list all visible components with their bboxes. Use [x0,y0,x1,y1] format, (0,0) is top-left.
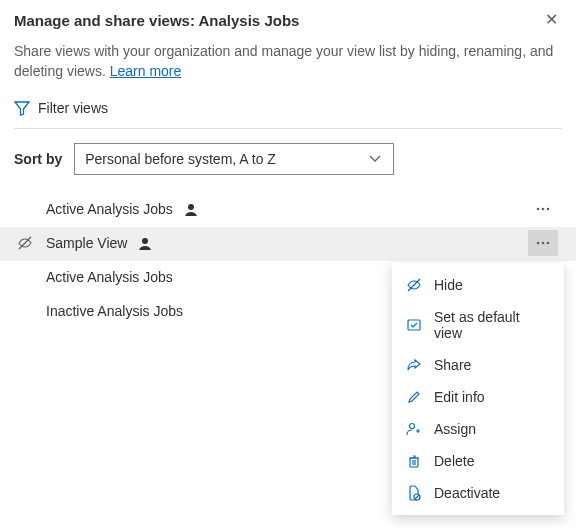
view-name: Inactive Analysis Jobs [46,303,183,319]
menu-item-label: Set as default view [434,309,550,341]
close-icon: ✕ [545,11,558,28]
close-button[interactable]: ✕ [541,12,562,28]
more-button[interactable] [528,230,558,256]
menu-item-set-as-default-view[interactable]: Set as default view [392,301,564,349]
more-icon [535,201,551,217]
delete-icon [406,453,422,469]
menu-item-delete[interactable]: Delete [392,445,564,477]
description-text: Share views with your organization and m… [14,43,553,79]
menu-item-share[interactable]: Share [392,349,564,381]
default-view-icon [406,317,422,333]
menu-item-label: Deactivate [434,485,500,501]
view-name: Active Analysis Jobs [46,269,173,285]
hide-icon [406,277,422,293]
menu-item-label: Share [434,357,471,373]
divider [14,128,562,129]
filter-label: Filter views [38,100,108,116]
sort-by-label: Sort by [14,151,62,167]
person-icon [137,236,151,250]
edit-icon [406,389,422,405]
menu-item-label: Assign [434,421,476,437]
menu-item-deactivate[interactable]: Deactivate [392,477,564,509]
panel-description: Share views with your organization and m… [14,41,562,82]
filter-icon [14,100,30,116]
panel-title: Manage and share views: Analysis Jobs [14,12,299,29]
deactivate-icon [406,485,422,501]
more-button[interactable] [528,196,558,222]
view-row[interactable]: Sample View [0,227,576,261]
person-icon [183,202,197,216]
view-name: Active Analysis Jobs [46,201,173,217]
menu-item-edit-info[interactable]: Edit info [392,381,564,413]
menu-item-assign[interactable]: Assign [392,413,564,445]
chevron-down-icon [367,151,383,167]
context-menu: HideSet as default viewShareEdit infoAss… [392,263,564,515]
sort-dropdown[interactable]: Personal before system, A to Z [74,143,394,175]
view-name: Sample View [46,235,127,251]
menu-item-label: Edit info [434,389,485,405]
menu-item-label: Hide [434,277,463,293]
more-icon [535,235,551,251]
assign-icon [406,421,422,437]
sort-selected-value: Personal before system, A to Z [85,151,276,167]
menu-item-label: Delete [434,453,474,469]
learn-more-link[interactable]: Learn more [110,63,182,79]
view-row[interactable]: Active Analysis Jobs [0,193,576,227]
menu-item-hide[interactable]: Hide [392,269,564,301]
share-icon [406,357,422,373]
filter-views-button[interactable]: Filter views [14,100,562,116]
hidden-icon [14,235,36,251]
